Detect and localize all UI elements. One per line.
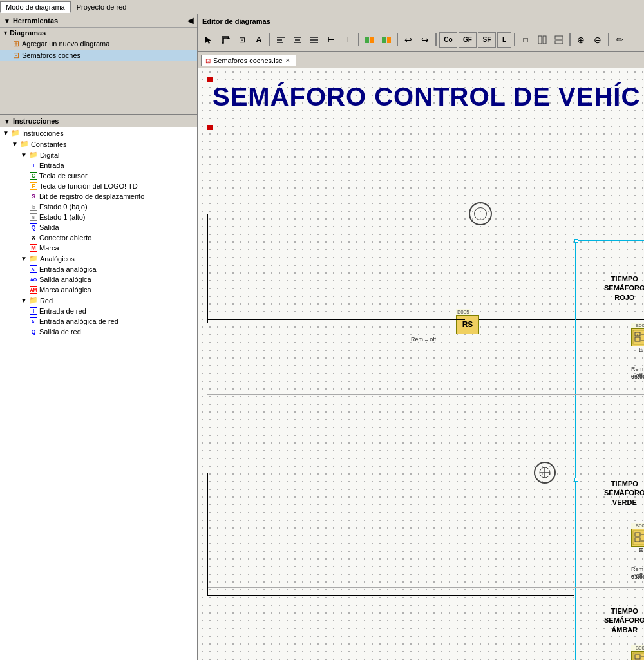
b005-block[interactable]: B005 RS xyxy=(456,309,471,315)
red-label: Red xyxy=(40,297,53,305)
editor-title: Editor de diagramas xyxy=(202,17,270,25)
tab-close-btn[interactable]: ✕ xyxy=(285,57,290,64)
analogicos-header[interactable]: ▼ 📁 Analógicos xyxy=(18,253,197,264)
marca-analogica-item[interactable]: AM Marca analógica xyxy=(27,285,197,295)
agregar-diagrama-item[interactable]: ⊞ Agregar un nuevo diagrama xyxy=(0,38,197,50)
b003-expand[interactable]: ⊞ xyxy=(631,346,644,353)
menu-modo-diagrama[interactable]: Modo de diagrama xyxy=(0,1,71,13)
zoom-in-btn[interactable]: ⊕ xyxy=(573,32,589,48)
b006-body[interactable] xyxy=(631,651,644,660)
canvas-area[interactable]: SEMÁFORO CONTROL DE VEHÍC B005 RS Rem = … xyxy=(198,68,644,660)
semaforos-icon: ⊡ xyxy=(13,51,19,60)
wire-v-section-left xyxy=(553,319,553,474)
gf-btn[interactable]: GF xyxy=(459,32,477,48)
connect-tool-btn[interactable] xyxy=(218,32,233,48)
marca-item[interactable]: M Marca xyxy=(27,243,197,253)
sf-btn[interactable]: SF xyxy=(478,32,496,48)
align-center-btn[interactable] xyxy=(290,32,305,48)
instrucciones-expand[interactable]: ▼ xyxy=(4,118,10,125)
entrada-item[interactable]: I Entrada xyxy=(27,160,197,171)
entrada-analogica-label: Entrada analógica xyxy=(39,265,97,273)
b007-expand[interactable]: ⊞ xyxy=(631,547,644,553)
undo-btn[interactable]: ↩ xyxy=(401,32,416,48)
estado1-item[interactable]: hi Estado 1 (alto) xyxy=(27,212,197,222)
herramientas-collapse-arrow[interactable]: ◀ xyxy=(187,16,193,25)
digital-children: I Entrada C Tecla de cursor F Tecla de f… xyxy=(18,160,197,253)
green-block-btn[interactable] xyxy=(362,32,377,48)
select-tool-btn[interactable] xyxy=(201,32,216,48)
distribute-v-btn[interactable]: ⊥ xyxy=(340,32,355,48)
rem-b005: Rem = off xyxy=(411,336,436,343)
red-expand[interactable]: ▼ xyxy=(21,297,27,304)
view-split-v-btn[interactable] xyxy=(535,32,550,48)
redo-btn[interactable]: ↪ xyxy=(417,32,433,48)
b007-block[interactable]: B007 ⊞ xyxy=(631,523,644,553)
diagram-canvas[interactable]: SEMÁFORO CONTROL DE VEHÍC B005 RS Rem = … xyxy=(198,68,644,660)
tecla-funcion-item[interactable]: F Tecla de función del LOGO! TD xyxy=(27,181,197,191)
pencil-btn[interactable]: ✏ xyxy=(612,32,627,48)
salida-analogica-item[interactable]: AO Salida analógica xyxy=(27,274,197,285)
estado0-label: Estado 0 (bajo) xyxy=(39,203,88,211)
divider-1 xyxy=(207,394,644,395)
menu-proyecto-red[interactable]: Proyecto de red xyxy=(71,1,133,13)
constantes-header[interactable]: ▼ 📁 Constantes xyxy=(9,138,197,149)
text-tool-btn[interactable]: A xyxy=(251,32,267,48)
b003-block[interactable]: B003 T ⊞ xyxy=(631,323,644,353)
herramientas-expand[interactable]: ▼ xyxy=(4,17,10,24)
estado1-label: Estado 1 (alto) xyxy=(39,213,86,221)
view-single-btn[interactable]: □ xyxy=(518,32,533,48)
semaforos-coches-item[interactable]: ⊡ Semaforos coches xyxy=(0,50,197,61)
add-diagram-icon: ⊞ xyxy=(13,39,19,48)
diagramas-expand-icon[interactable]: ▼ xyxy=(3,30,8,36)
diagramas-header-item[interactable]: ▼ Diagramas xyxy=(0,28,197,38)
bit-registro-item[interactable]: S Bit de registro de desplazamiento xyxy=(27,191,197,202)
salida-red-item[interactable]: Q Salida de red xyxy=(27,326,197,337)
instrucciones-header: ▼ Instrucciones xyxy=(0,114,197,127)
distribute-h-btn[interactable]: ⊢ xyxy=(323,32,339,48)
constantes-node: ▼ 📁 Constantes ▼ 📁 Digital xyxy=(0,138,197,337)
salida-item[interactable]: Q Salida xyxy=(27,222,197,232)
salida-label: Salida xyxy=(39,223,59,231)
instrucciones-root-expand[interactable]: ▼ xyxy=(3,129,9,137)
digital-header[interactable]: ▼ 📁 Digital xyxy=(18,149,197,160)
digital-expand[interactable]: ▼ xyxy=(21,151,27,158)
align-right-btn[interactable] xyxy=(307,32,322,48)
bit-registro-badge: S xyxy=(30,193,37,200)
marca-label: Marca xyxy=(39,244,59,252)
semaforo-ambar-line2: ÁMBAR xyxy=(604,625,644,634)
conector-item[interactable]: X Conector abierto xyxy=(27,232,197,243)
svg-rect-5 xyxy=(295,39,300,41)
folder-icon-instrucciones: 📁 xyxy=(11,129,20,137)
b005-body[interactable]: RS xyxy=(456,315,479,334)
estado0-badge: lo xyxy=(30,203,37,211)
entrada-analogica-item[interactable]: AI Entrada analógica xyxy=(27,264,197,274)
svg-rect-2 xyxy=(277,39,282,41)
entrada-label: Entrada xyxy=(39,162,64,169)
agregar-diagrama-label: Agregar un nuevo diagrama xyxy=(22,40,109,48)
analogicos-expand[interactable]: ▼ xyxy=(21,255,27,262)
tecla-cursor-item[interactable]: C Tecla de cursor xyxy=(27,171,197,181)
estado0-item[interactable]: lo Estado 0 (bajo) xyxy=(27,202,197,212)
align-left-btn[interactable] xyxy=(273,32,289,48)
entrada-analogica-red-item[interactable]: AI Entrada analógica de red xyxy=(27,316,197,326)
multiline-tool-btn[interactable]: ⊡ xyxy=(234,32,250,48)
red-header[interactable]: ▼ 📁 Red xyxy=(18,295,197,306)
zoom-out-btn[interactable]: ⊖ xyxy=(590,32,605,48)
orange-block-btn[interactable] xyxy=(379,32,394,48)
co-btn[interactable]: Co xyxy=(439,32,457,48)
svg-text:T: T xyxy=(636,333,638,337)
b007-body[interactable] xyxy=(631,529,644,547)
left-panel: ▼ Herramientas ◀ ▼ Diagramas ⊞ Agregar u… xyxy=(0,14,198,660)
constantes-expand[interactable]: ▼ xyxy=(12,140,18,147)
b006-label: B006 xyxy=(631,645,644,651)
b006-block[interactable]: B006 ⊞ xyxy=(631,645,644,660)
instrucciones-root-header[interactable]: ▼ 📁 Instrucciones xyxy=(0,127,197,138)
diagram-tab[interactable]: ⊡ Semaforos coches.lsc ✕ xyxy=(201,55,296,66)
b003-body[interactable]: T xyxy=(631,328,644,346)
view-split-h-btn[interactable] xyxy=(551,32,567,48)
l-btn[interactable]: L xyxy=(497,32,511,48)
entrada-red-item[interactable]: I Entrada de red xyxy=(27,306,197,316)
toolbar-sep-2 xyxy=(358,33,359,46)
menu-bar: Modo de diagrama Proyecto de red xyxy=(0,0,644,14)
marca-analogica-badge: AM xyxy=(30,286,37,294)
